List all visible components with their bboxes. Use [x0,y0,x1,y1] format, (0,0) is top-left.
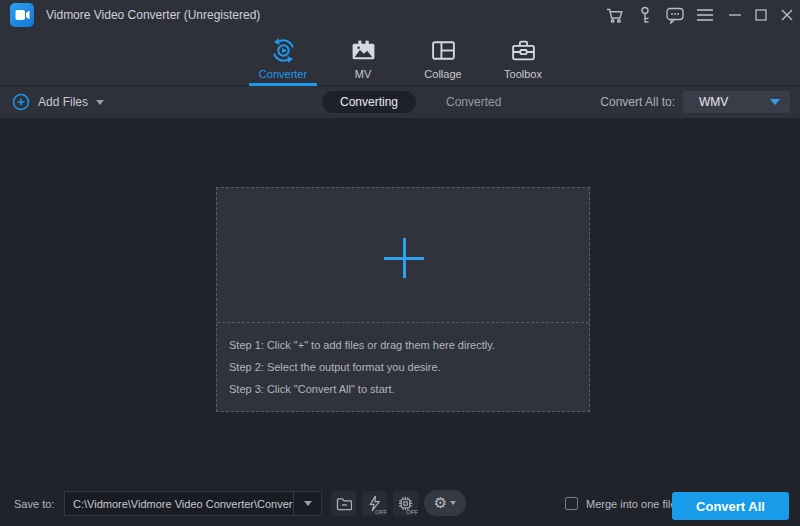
maximize-button[interactable] [748,0,774,30]
hw-accel-off-label: OFF [375,509,387,515]
tab-mv-label: MV [355,68,372,80]
main-area: Step 1: Click "+" to add files or drag t… [0,118,800,481]
gear-icon: ⚙ [434,496,447,511]
format-caret-icon [770,99,780,105]
settings-button[interactable]: ⚙ [424,490,466,516]
merge-checkbox[interactable] [565,497,578,510]
gpu-acceleration-button[interactable]: OFF [393,491,418,516]
footer-bar: Save to: C:\Vidmore\Vidmore Video Conver… [0,481,800,526]
titlebar: Vidmore Video Converter (Unregistered) [0,0,800,30]
gpu-off-label: OFF [406,509,418,515]
converter-icon [270,37,297,64]
collage-grid-icon [430,37,457,64]
close-button[interactable] [774,0,800,30]
app-logo-icon [10,3,34,27]
save-path-value: C:\Vidmore\Vidmore Video Converter\Conve… [65,498,293,510]
tab-toolbox[interactable]: Toolbox [487,30,559,86]
dropzone-divider [217,322,589,323]
step-3: Step 3: Click "Convert All" to start. [229,378,495,400]
feedback-icon[interactable] [662,0,688,30]
mv-tv-icon [350,37,377,64]
tab-converted[interactable]: Converted [428,91,519,113]
toolbar: Add Files Converting Converted Convert A… [0,86,800,118]
step-1: Step 1: Click "+" to add files or drag t… [229,334,495,356]
window-title: Vidmore Video Converter (Unregistered) [46,8,260,22]
save-path-select[interactable]: C:\Vidmore\Vidmore Video Converter\Conve… [64,491,322,516]
tab-converter[interactable]: Converter [247,30,319,86]
save-to-label: Save to: [14,481,54,526]
tab-converter-label: Converter [259,68,307,80]
menu-icon[interactable] [692,0,718,30]
add-files-caret-icon [96,100,104,105]
output-format-value: WMV [699,95,770,109]
tab-collage[interactable]: Collage [407,30,479,86]
store-cart-icon[interactable] [602,0,628,30]
plus-circle-icon [12,93,30,111]
minimize-button[interactable] [722,0,748,30]
tab-mv[interactable]: MV [327,30,399,86]
view-tabs: Converting Converted [322,86,519,118]
settings-caret-icon [450,501,456,505]
convert-all-to-label: Convert All to: [600,95,675,109]
convert-all-button[interactable]: Convert All [672,492,789,520]
tab-converting[interactable]: Converting [322,91,416,113]
add-files-button[interactable]: Add Files [12,86,104,118]
hardware-acceleration-button[interactable]: OFF [362,491,387,516]
output-format-select[interactable]: WMV [683,91,790,113]
merge-into-one-file-option[interactable]: Merge into one file [565,481,677,526]
add-files-label: Add Files [38,95,88,109]
tab-collage-label: Collage [424,68,461,80]
register-key-icon[interactable] [632,0,658,30]
open-folder-button[interactable] [331,491,356,516]
app-window: { "window": { "title": "Vidmore Video Co… [0,0,800,526]
step-2: Step 2: Select the output format you des… [229,356,495,378]
main-nav: Converter MV Col [0,30,800,86]
tab-toolbox-label: Toolbox [504,68,542,80]
save-path-caret[interactable] [293,492,321,515]
toolbox-briefcase-icon [510,37,537,64]
file-dropzone[interactable]: Step 1: Click "+" to add files or drag t… [216,187,590,412]
add-files-plus-icon[interactable] [384,238,424,278]
instruction-steps: Step 1: Click "+" to add files or drag t… [229,334,495,400]
merge-label: Merge into one file [586,498,677,510]
